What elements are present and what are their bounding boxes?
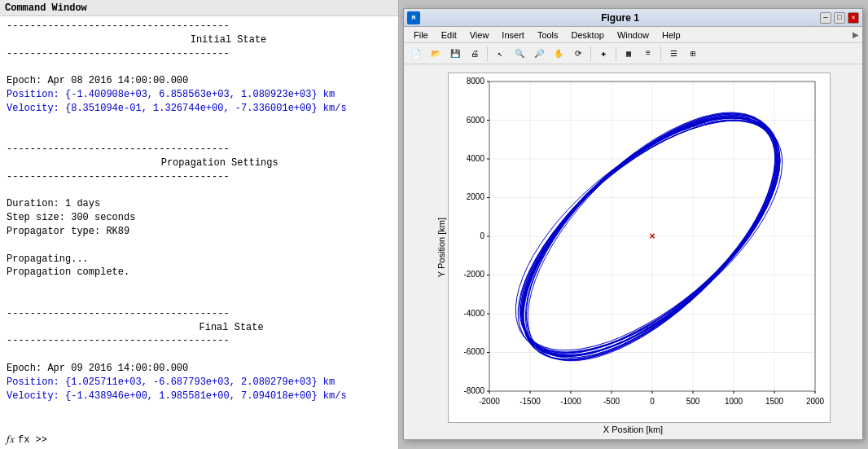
initial-state-heading: Initial State (7, 33, 392, 47)
plot-svg: -2000 -1500 -1000 -500 0 500 1000 1500 2… (448, 73, 831, 423)
menu-window[interactable]: Window (611, 29, 655, 42)
separator-3: -------------------------------------- (7, 143, 392, 156)
command-window: Command Window -------------------------… (0, 0, 399, 449)
separator-4: -------------------------------------- (7, 170, 392, 184)
menu-view[interactable]: View (463, 29, 496, 42)
figure-plot-area: Y Position [km] (404, 64, 862, 439)
svg-text:4000: 4000 (466, 154, 484, 163)
toolbar-rotate[interactable]: ⟳ (569, 46, 587, 62)
toolbar-datacursor[interactable]: ✚ (594, 46, 612, 62)
figure-title-left: M (407, 11, 420, 24)
propagation-heading: Propagation Settings (7, 156, 392, 170)
propagating: Propagating... (7, 253, 392, 266)
separator-6: -------------------------------------- (7, 334, 392, 348)
svg-text:-2000: -2000 (463, 270, 484, 279)
propagation-complete: Propagation complete. (7, 266, 392, 280)
toolbar-sep-2 (590, 46, 591, 61)
svg-text:-500: -500 (603, 397, 619, 406)
blank-7 (7, 293, 392, 307)
svg-text:8000: 8000 (466, 77, 484, 86)
menubar-arrow: ▶ (853, 30, 859, 39)
svg-text:2000: 2000 (805, 397, 824, 406)
menubar-right: ▶ (853, 30, 859, 39)
svg-text:-8000: -8000 (463, 386, 484, 395)
svg-text:6000: 6000 (466, 116, 484, 125)
svg-text:-2000: -2000 (479, 397, 500, 406)
toolbar-plottools2[interactable]: ⊞ (684, 46, 702, 62)
separator-2: -------------------------------------- (7, 47, 392, 61)
blank-8 (7, 348, 392, 362)
toolbar-save[interactable]: 💾 (446, 46, 464, 62)
velocity-final: Velocity: {-1.438946e+00, 1.985581e+00, … (7, 390, 392, 403)
plot-row: Y Position [km] (436, 73, 831, 423)
figure-toolbar: 📄 📂 💾 🖨 ↖ 🔍 🔎 ✋ ⟳ ✚ ▦ ≡ ☰ ⊞ (404, 43, 862, 64)
toolbar-plottools1[interactable]: ☰ (664, 46, 682, 62)
epoch-final: Epoch: Apr 09 2016 14:00:00.000 (7, 362, 392, 376)
svg-text:0: 0 (480, 231, 484, 240)
command-window-content: -------------------------------------- I… (0, 16, 398, 432)
velocity-initial: Velocity: {8.351094e-01, 1.326744e+00, -… (7, 102, 392, 116)
menu-help[interactable]: Help (655, 29, 687, 42)
origin-marker: × (649, 231, 655, 242)
figure-window: M Figure 1 — □ ✕ File Edit View Insert T… (403, 8, 863, 440)
prompt-symbol: 𝑓𝑥 (7, 434, 15, 446)
step-size: Step size: 300 seconds (7, 211, 392, 225)
toolbar-pointer[interactable]: ↖ (491, 46, 509, 62)
matlab-icon: M (407, 11, 420, 24)
epoch-initial: Epoch: Apr 08 2016 14:00:00.000 (7, 74, 392, 88)
menu-insert[interactable]: Insert (495, 29, 531, 42)
svg-text:1000: 1000 (724, 397, 743, 406)
x-axis-label: X Position [km] (603, 425, 663, 434)
toolbar-sep-3 (616, 46, 616, 61)
svg-text:500: 500 (686, 397, 699, 406)
menu-desktop[interactable]: Desktop (565, 29, 611, 42)
figure-title: Figure 1 (420, 12, 820, 24)
command-prompt[interactable]: 𝑓𝑥 fx >> (0, 432, 398, 449)
toolbar-pan[interactable]: ✋ (550, 46, 568, 62)
toolbar-print[interactable]: 🖨 (466, 46, 484, 62)
minimize-button[interactable]: — (820, 12, 831, 24)
toolbar-zoom-in[interactable]: 🔍 (511, 46, 528, 62)
restore-button[interactable]: □ (834, 12, 845, 24)
toolbar-colorbar[interactable]: ▦ (620, 46, 638, 62)
menu-tools[interactable]: Tools (531, 29, 565, 42)
svg-text:-1500: -1500 (519, 397, 541, 406)
toolbar-zoom-out[interactable]: 🔎 (530, 46, 548, 62)
svg-text:-6000: -6000 (463, 347, 484, 356)
y-axis-label: Y Position [km] (436, 218, 446, 277)
toolbar-open[interactable]: 📂 (427, 46, 445, 62)
blank-4 (7, 184, 392, 198)
blank-1 (7, 60, 392, 74)
figure-titlebar: M Figure 1 — □ ✕ (404, 9, 862, 27)
svg-text:-1000: -1000 (560, 397, 581, 406)
toolbar-sep-1 (487, 46, 488, 61)
blank-6 (7, 280, 392, 293)
svg-text:-4000: -4000 (463, 309, 484, 318)
position-initial: Position: {-1.400908e+03, 6.858563e+03, … (7, 88, 392, 102)
separator-1: -------------------------------------- (7, 20, 392, 33)
blank-2 (7, 116, 392, 130)
final-state-heading: Final State (7, 321, 392, 335)
svg-text:2000: 2000 (466, 192, 484, 201)
blank-5 (7, 239, 392, 253)
toolbar-legend[interactable]: ≡ (639, 46, 657, 62)
svg-text:1500: 1500 (765, 397, 783, 406)
menu-edit[interactable]: Edit (435, 29, 463, 42)
propagator-type: Propagator type: RK89 (7, 225, 392, 239)
prompt-text: fx >> (18, 434, 47, 446)
menu-file[interactable]: File (407, 29, 435, 42)
duration: Duration: 1 days (7, 197, 392, 211)
toolbar-new[interactable]: 📄 (407, 46, 425, 62)
position-final: Position: {1.025711e+03, -6.687793e+03, … (7, 376, 392, 390)
toolbar-sep-4 (660, 46, 661, 61)
command-window-title: Command Window (5, 2, 87, 14)
window-controls: — □ ✕ (820, 12, 859, 24)
separator-5: -------------------------------------- (7, 307, 392, 321)
figure-menubar: File Edit View Insert Tools Desktop Wind… (404, 27, 862, 43)
command-window-titlebar: Command Window (0, 0, 398, 16)
blank-3 (7, 129, 392, 143)
svg-text:0: 0 (650, 397, 655, 406)
close-button[interactable]: ✕ (848, 12, 859, 24)
plot-container: Y Position [km] (436, 73, 831, 434)
